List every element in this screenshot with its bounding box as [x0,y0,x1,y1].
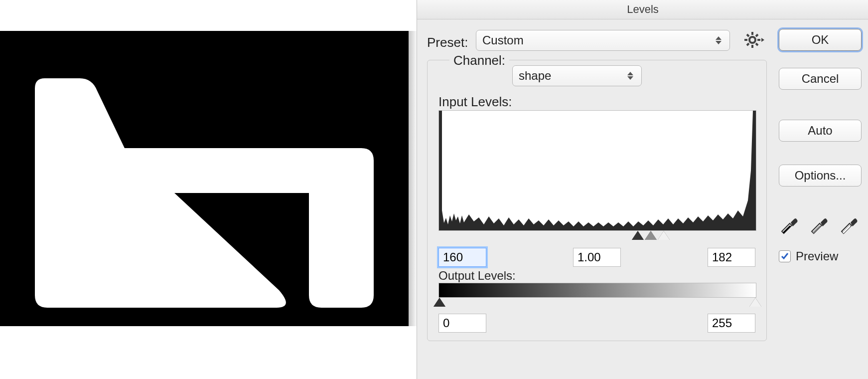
preview-shadow [408,31,418,326]
checkbox-checked-icon [779,250,791,262]
gear-icon[interactable] [744,30,764,50]
svg-line-9 [756,34,758,36]
channel-label: Channel: [449,53,509,68]
updown-icon [714,36,723,44]
preview-checkbox[interactable]: Preview [779,249,838,263]
eyedropper-white-icon[interactable] [839,214,859,234]
channel-value: shape [519,69,551,83]
preset-value: Custom [482,33,524,47]
cancel-button[interactable]: Cancel [779,68,862,90]
input-white-slider[interactable] [658,231,670,240]
svg-line-6 [747,34,749,36]
output-black-field[interactable] [438,314,486,333]
preview-checkbox-label: Preview [796,249,838,263]
output-gradient [438,283,756,298]
preset-label: Preset: [427,35,468,50]
eyedropper-gray-icon[interactable] [809,214,829,234]
levels-group: Channel: shape Input Levels: [427,60,767,341]
output-levels-label: Output Levels: [438,269,516,283]
updown-icon [625,72,635,80]
input-gamma-field[interactable] [573,248,621,267]
image-preview [0,31,409,326]
options-button[interactable]: Options... [779,165,862,187]
svg-rect-10 [439,111,756,230]
input-black-slider[interactable] [632,231,644,240]
auto-button[interactable]: Auto [779,120,862,142]
output-white-field[interactable] [708,314,755,333]
svg-line-7 [756,43,758,45]
channel-select[interactable]: shape [512,65,642,86]
input-black-field[interactable] [438,248,486,267]
histogram [438,110,756,231]
dialog-title: Levels [417,0,868,19]
svg-point-1 [749,37,755,43]
input-white-field[interactable] [708,248,755,267]
input-gamma-slider[interactable] [645,231,657,240]
ok-button[interactable]: OK [779,29,862,51]
svg-line-8 [747,43,749,45]
eyedropper-black-icon[interactable] [779,214,799,234]
output-white-slider[interactable] [749,298,761,307]
levels-dialog: Levels Preset: Custom [417,0,868,379]
preset-select[interactable]: Custom [476,30,730,51]
output-black-slider[interactable] [434,298,445,307]
input-levels-label: Input Levels: [438,94,512,110]
